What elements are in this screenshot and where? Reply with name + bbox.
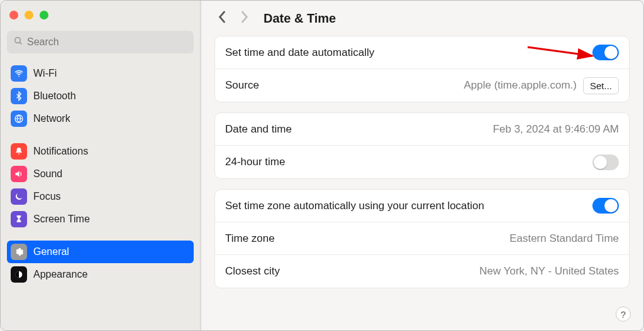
sidebar-item-label: Screen Time (33, 214, 90, 225)
window-controls (7, 7, 194, 31)
svg-point-2 (18, 75, 19, 77)
sidebar-item-focus[interactable]: Focus (7, 185, 194, 208)
tz-label: Time zone (225, 232, 275, 245)
close-window-button[interactable] (9, 11, 18, 19)
sidebar-item-wifi[interactable]: Wi-Fi (7, 62, 194, 85)
sidebar-item-label: Focus (33, 191, 61, 202)
tz-auto-label: Set time zone automatically using your c… (225, 200, 484, 212)
settings-window: Wi-Fi Bluetooth Network Notification (0, 0, 644, 331)
sidebar-item-label: Appearance (33, 269, 87, 280)
bell-icon (11, 143, 27, 160)
sidebar-group-network: Wi-Fi Bluetooth Network (7, 62, 194, 130)
row-tz-auto: Set time zone automatically using your c… (215, 190, 629, 222)
svg-point-0 (15, 38, 21, 43)
sidebar-item-network[interactable]: Network (7, 107, 194, 130)
sidebar-item-bluetooth[interactable]: Bluetooth (7, 85, 194, 107)
main-header: Date & Time (214, 1, 630, 36)
source-value: Apple (time.apple.com.) (464, 79, 577, 92)
minimize-window-button[interactable] (25, 11, 33, 19)
sidebar-item-appearance[interactable]: Appearance (7, 263, 194, 286)
h24-toggle[interactable] (592, 155, 619, 170)
row-source: Source Apple (time.apple.com.) Set... (215, 69, 629, 102)
tz-value: Eastern Standard Time (509, 232, 619, 245)
set-auto-label: Set time and date automatically (225, 46, 374, 59)
moon-icon (11, 188, 27, 205)
appearance-icon (11, 266, 27, 283)
help-button[interactable]: ? (616, 307, 631, 322)
set-auto-toggle[interactable] (592, 45, 619, 60)
bluetooth-icon (11, 88, 27, 104)
sidebar-item-label: Bluetooth (33, 90, 76, 102)
hourglass-icon (11, 211, 27, 227)
globe-icon (11, 111, 27, 127)
nav-arrows (218, 10, 248, 26)
gear-icon (11, 244, 27, 260)
row-set-auto: Set time and date automatically (215, 36, 629, 69)
row-24h: 24-hour time (215, 146, 629, 178)
row-date-time: Date and time Feb 3, 2024 at 9:46:09 AM (215, 113, 629, 146)
nav-forward-button[interactable] (240, 10, 248, 26)
date-time-value: Feb 3, 2024 at 9:46:09 AM (493, 123, 619, 136)
sidebar-item-label: Notifications (33, 146, 88, 157)
city-label: Closest city (225, 265, 280, 278)
sidebar-item-screentime[interactable]: Screen Time (7, 208, 194, 231)
search-icon (13, 36, 27, 48)
card-date-time: Date and time Feb 3, 2024 at 9:46:09 AM … (214, 112, 630, 179)
wifi-icon (11, 65, 27, 82)
card-timezone: Set time zone automatically using your c… (214, 189, 630, 288)
sound-icon (11, 166, 27, 182)
sidebar-item-general[interactable]: General (7, 241, 194, 263)
sidebar-item-label: Wi-Fi (33, 68, 57, 79)
page-title: Date & Time (264, 11, 336, 26)
row-city: Closest city New York, NY - United State… (215, 255, 629, 288)
tz-auto-toggle[interactable] (592, 198, 619, 214)
source-set-button[interactable]: Set... (583, 77, 619, 94)
city-value: New York, NY - United States (479, 265, 619, 278)
search-field[interactable] (7, 31, 194, 53)
sidebar-group-general: General Appearance (7, 241, 194, 286)
sidebar-item-sound[interactable]: Sound (7, 163, 194, 185)
source-label: Source (225, 79, 259, 92)
sidebar-item-label: Network (33, 113, 70, 124)
date-time-label: Date and time (225, 123, 292, 136)
nav-back-button[interactable] (218, 10, 227, 26)
maximize-window-button[interactable] (40, 11, 48, 19)
svg-line-1 (19, 42, 21, 44)
sidebar-item-label: General (33, 246, 69, 258)
search-input[interactable] (27, 36, 187, 48)
sidebar-group-sys: Notifications Sound Focus Screen Time (7, 140, 194, 231)
sidebar-item-notifications[interactable]: Notifications (7, 140, 194, 163)
main-content: Date & Time Set time and date automatica… (201, 1, 643, 330)
sidebar-item-label: Sound (33, 168, 62, 180)
card-date-time-auto: Set time and date automatically Source A… (214, 36, 630, 102)
sidebar: Wi-Fi Bluetooth Network Notification (1, 1, 201, 330)
row-tz: Time zone Eastern Standard Time (215, 222, 629, 255)
h24-label: 24-hour time (225, 156, 285, 168)
